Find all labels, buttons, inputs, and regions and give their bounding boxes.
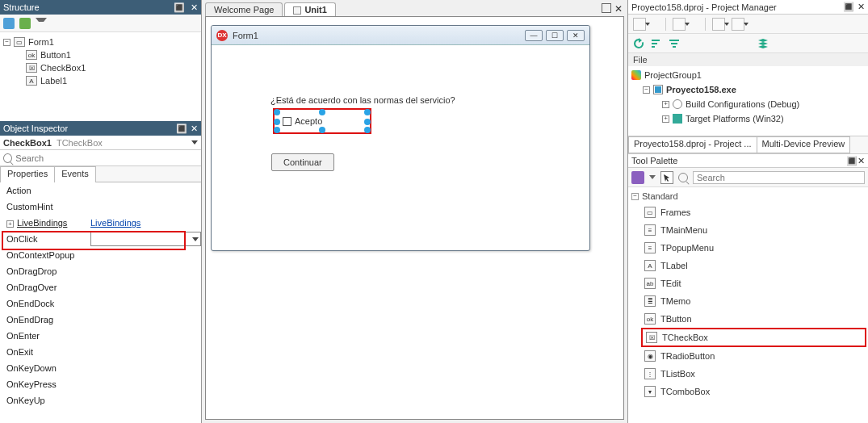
toolbar-icon-2[interactable] [19, 18, 31, 29]
pin-icon[interactable]: 🔳 [843, 2, 854, 11]
collapse-icon[interactable]: − [643, 86, 650, 94]
close-icon[interactable]: ✕ [191, 124, 198, 133]
tree-root[interactable]: − ▭ Form1 [3, 36, 198, 48]
add-icon[interactable] [673, 18, 686, 31]
resize-handle[interactable] [319, 127, 325, 133]
palette-title: Tool Palette [631, 156, 846, 165]
cursor-icon[interactable] [660, 171, 673, 184]
resize-handle[interactable] [364, 127, 371, 133]
pm-project[interactable]: − Proyecto158.exe [631, 82, 865, 97]
refresh-icon[interactable] [633, 38, 644, 49]
label-icon: A [644, 260, 656, 271]
palette-category[interactable]: − Standard [630, 189, 866, 203]
design-checkbox1-selected[interactable]: Acepto [273, 108, 371, 134]
pm-title: Proyecto158.dproj - Project Manager [631, 2, 840, 12]
event-row: Action [0, 182, 201, 199]
inspector-component-selector[interactable]: CheckBox1 TCheckBox [0, 136, 201, 150]
palette-item-tbutton[interactable]: okTButton [630, 310, 866, 328]
pm-projectgroup[interactable]: ProjectGroup1 [631, 68, 865, 82]
event-row: OnKeyDown [0, 360, 201, 376]
chevron-down-icon[interactable] [191, 140, 198, 144]
expand-icon[interactable]: + [662, 115, 669, 123]
pm-tree[interactable]: ProjectGroup1 − Proyecto158.exe + Build … [628, 66, 868, 136]
new-file-icon[interactable] [633, 18, 646, 31]
svg-rect-2 [652, 46, 655, 48]
tab-properties[interactable]: Properties [0, 166, 55, 182]
inspector-search[interactable] [0, 150, 201, 166]
expand-icon[interactable]: + [6, 220, 14, 228]
tree-item-label: CheckBox1 [40, 63, 86, 73]
close-icon[interactable]: ✕ [191, 2, 198, 12]
pm-target-platforms[interactable]: + Target Platforms (Win32) [631, 111, 865, 126]
design-form[interactable]: DX Form1 — ☐ ✕ ¿Está de acuerdo con las … [211, 25, 590, 251]
tree-item-button1[interactable]: ok Button1 [3, 48, 198, 61]
palette-item-tcombobox[interactable]: ▾TComboBox [630, 383, 866, 400]
close-icon[interactable]: ✕ [614, 3, 623, 15]
pm-bottom-tabs: Proyecto158.dproj - Project ... Multi-De… [628, 136, 868, 153]
palette-item-tmemo[interactable]: ≣TMemo [630, 292, 866, 310]
toolbar-icon-1[interactable] [3, 18, 15, 29]
design-label1[interactable]: ¿Está de acuerdo con las normas del serv… [270, 95, 456, 105]
filter-icon[interactable] [669, 38, 680, 49]
palette-search[interactable] [693, 171, 865, 184]
event-row-onclick: OnClick [0, 231, 201, 247]
tab-welcome[interactable]: Welcome Page [205, 2, 283, 16]
design-button1[interactable]: Continuar [271, 153, 334, 171]
close-icon[interactable]: ✕ [858, 156, 865, 165]
palette-item-tedit[interactable]: abTEdit [630, 274, 866, 292]
tab-events[interactable]: Events [54, 166, 96, 182]
tab-multi-device[interactable]: Multi-Device Preview [757, 136, 851, 153]
remove-icon[interactable] [712, 18, 725, 31]
pin-icon[interactable]: 🔳 [174, 2, 185, 12]
resize-handle[interactable] [364, 119, 371, 125]
event-row: OnExit [0, 344, 201, 360]
pm-build-config[interactable]: + Build Configurations (Debug) [631, 97, 865, 111]
expand-icon[interactable]: + [662, 101, 669, 108]
palette-item-tradiobutton[interactable]: ◉TRadioButton [630, 347, 866, 365]
palette-item-tlabel[interactable]: ATLabel [630, 257, 866, 274]
close-icon[interactable]: ✕ [567, 30, 585, 41]
category-icon[interactable] [631, 171, 644, 184]
minimize-icon[interactable]: — [525, 30, 543, 41]
resize-handle[interactable] [274, 109, 280, 115]
svg-rect-1 [652, 43, 657, 44]
resize-handle[interactable] [319, 109, 325, 115]
chevron-down-icon[interactable] [602, 3, 611, 13]
search-input[interactable] [15, 153, 198, 163]
popup-icon: ≡ [644, 242, 656, 253]
pin-icon[interactable]: 🔳 [846, 156, 858, 165]
form-designer[interactable]: DX Form1 — ☐ ✕ ¿Está de acuerdo con las … [205, 16, 624, 420]
chevron-down-icon[interactable] [649, 175, 656, 179]
close-icon[interactable]: ✕ [858, 2, 865, 11]
tool-palette[interactable]: − Standard ▭Frames ≡TMainMenu ≡TPopupMen… [628, 187, 868, 423]
palette-item-tpopupmenu[interactable]: ≡TPopupMenu [630, 239, 866, 257]
event-row: OnEndDock [0, 295, 201, 312]
view-icon[interactable] [732, 18, 744, 31]
onclick-value-dropdown[interactable] [90, 232, 201, 246]
palette-item-tcheckbox[interactable]: ☒TCheckBox [641, 328, 866, 347]
chevron-down-icon[interactable] [36, 18, 47, 29]
collapse-icon[interactable]: − [631, 193, 639, 200]
svg-rect-5 [673, 46, 676, 48]
tree-item-checkbox1[interactable]: ☒ CheckBox1 [3, 61, 198, 74]
structure-tree[interactable]: − ▭ Form1 ok Button1 ☒ CheckBox1 A Label… [0, 32, 201, 121]
resize-handle[interactable] [364, 109, 371, 115]
chevron-down-icon[interactable] [192, 237, 199, 241]
tab-pm-project[interactable]: Proyecto158.dproj - Project ... [628, 136, 757, 153]
palette-item-frames[interactable]: ▭Frames [630, 203, 866, 221]
resize-handle[interactable] [274, 119, 280, 125]
pm-toolbar-1 [628, 15, 868, 34]
palette-item-tlistbox[interactable]: ⋮TListBox [630, 365, 866, 383]
tree-item-label1[interactable]: A Label1 [3, 74, 198, 87]
palette-item-tmainmenu[interactable]: ≡TMainMenu [630, 221, 866, 239]
form-client-area[interactable]: ¿Está de acuerdo con las normas del serv… [212, 45, 589, 249]
label-icon: A [26, 76, 37, 86]
events-grid[interactable]: Action CustomHint +LiveBindingsLiveBindi… [0, 182, 201, 423]
tab-unit1[interactable]: Unit1 [284, 2, 336, 16]
sort-icon[interactable] [651, 38, 662, 49]
resize-handle[interactable] [274, 127, 280, 133]
stack-icon[interactable] [757, 38, 769, 49]
maximize-icon[interactable]: ☐ [546, 30, 564, 41]
collapse-icon[interactable]: − [3, 39, 10, 46]
pin-icon[interactable]: 🔳 [176, 124, 187, 133]
